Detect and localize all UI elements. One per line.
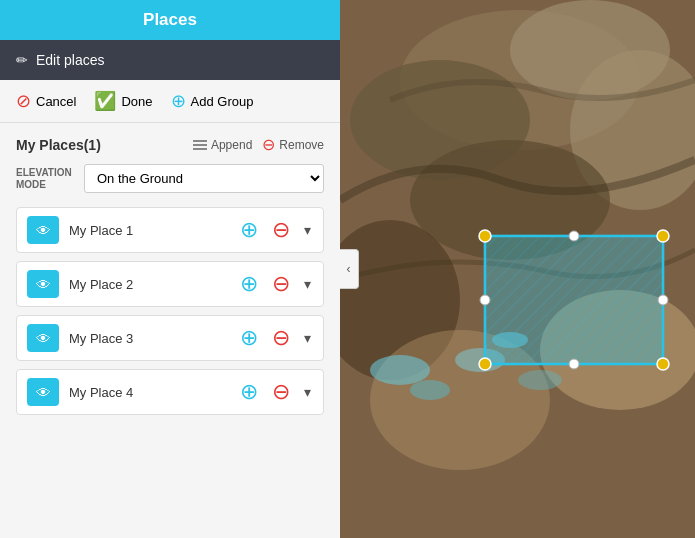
place-remove-button-3[interactable]: ⊖ [270, 327, 292, 349]
place-add-button-1[interactable]: ⊕ [238, 219, 260, 241]
add-group-label: Add Group [191, 94, 254, 109]
svg-point-19 [479, 230, 491, 242]
eye-button-3[interactable]: 👁 [27, 324, 59, 352]
place-remove-button-4[interactable]: ⊖ [270, 381, 292, 403]
place-item: 👁 My Place 2 ⊕ ⊖ ▾ [16, 261, 324, 307]
add-group-button[interactable]: ⊕ Add Group [171, 90, 254, 112]
svg-point-10 [410, 380, 450, 400]
eye-icon-1: 👁 [36, 222, 51, 239]
actions-bar: ⊘ Cancel ✅ Done ⊕ Add Group [0, 80, 340, 123]
edit-places-bar: ✏ Edit places [0, 40, 340, 80]
group-actions: Append ⊖ Remove [193, 135, 324, 154]
svg-point-25 [480, 295, 490, 305]
eye-icon-2: 👁 [36, 276, 51, 293]
elevation-row: ELEVATION MODE On the Ground Relative to… [16, 164, 324, 193]
svg-point-24 [569, 359, 579, 369]
place-name-1: My Place 1 [69, 223, 228, 238]
place-add-button-2[interactable]: ⊕ [238, 273, 260, 295]
place-add-button-3[interactable]: ⊕ [238, 327, 260, 349]
group-title: My Places(1) [16, 137, 101, 153]
pencil-icon: ✏ [16, 52, 28, 68]
place-name-3: My Place 3 [69, 331, 228, 346]
cancel-button[interactable]: ⊘ Cancel [16, 90, 76, 112]
place-chevron-button-2[interactable]: ▾ [302, 276, 313, 292]
place-chevron-button-4[interactable]: ▾ [302, 384, 313, 400]
eye-button-2[interactable]: 👁 [27, 270, 59, 298]
place-add-button-4[interactable]: ⊕ [238, 381, 260, 403]
svg-point-21 [479, 358, 491, 370]
place-remove-button-1[interactable]: ⊖ [270, 219, 292, 241]
place-chevron-button-1[interactable]: ▾ [302, 222, 313, 238]
done-button[interactable]: ✅ Done [94, 90, 152, 112]
map-area: ‹ [340, 0, 695, 538]
places-content: My Places(1) Append ⊖ Remove ELEVATION M… [0, 123, 340, 538]
eye-button-1[interactable]: 👁 [27, 216, 59, 244]
cancel-label: Cancel [36, 94, 76, 109]
collapse-panel-button[interactable]: ‹ [340, 249, 359, 289]
done-label: Done [121, 94, 152, 109]
svg-point-22 [657, 358, 669, 370]
place-chevron-button-3[interactable]: ▾ [302, 330, 313, 346]
eye-button-4[interactable]: 👁 [27, 378, 59, 406]
sidebar-title: Places [143, 10, 197, 29]
place-name-4: My Place 4 [69, 385, 228, 400]
place-remove-button-2[interactable]: ⊖ [270, 273, 292, 295]
append-lines-icon [193, 140, 207, 150]
svg-point-23 [569, 231, 579, 241]
svg-point-9 [370, 355, 430, 385]
sidebar-header: Places [0, 0, 340, 40]
sidebar: Places ✏ Edit places ⊘ Cancel ✅ Done ⊕ A… [0, 0, 340, 538]
remove-button[interactable]: ⊖ Remove [262, 135, 324, 154]
svg-rect-17 [485, 236, 663, 364]
done-icon: ✅ [94, 90, 116, 112]
eye-icon-4: 👁 [36, 384, 51, 401]
group-header: My Places(1) Append ⊖ Remove [16, 135, 324, 154]
collapse-arrow-icon: ‹ [347, 262, 351, 276]
elevation-select[interactable]: On the Ground Relative to Ground Absolut… [84, 164, 324, 193]
eye-icon-3: 👁 [36, 330, 51, 347]
remove-icon: ⊖ [262, 135, 275, 154]
svg-point-20 [657, 230, 669, 242]
append-button[interactable]: Append [193, 138, 252, 152]
map-shape [470, 221, 680, 381]
append-label: Append [211, 138, 252, 152]
remove-label: Remove [279, 138, 324, 152]
place-list: 👁 My Place 1 ⊕ ⊖ ▾ 👁 My Place 2 ⊕ ⊖ ▾ 👁 … [16, 207, 324, 415]
place-item: 👁 My Place 4 ⊕ ⊖ ▾ [16, 369, 324, 415]
edit-places-label: Edit places [36, 52, 104, 68]
cancel-icon: ⊘ [16, 90, 31, 112]
svg-point-26 [658, 295, 668, 305]
place-item: 👁 My Place 3 ⊕ ⊖ ▾ [16, 315, 324, 361]
place-name-2: My Place 2 [69, 277, 228, 292]
place-item: 👁 My Place 1 ⊕ ⊖ ▾ [16, 207, 324, 253]
elevation-label: ELEVATION MODE [16, 167, 76, 191]
add-group-icon: ⊕ [171, 90, 186, 112]
